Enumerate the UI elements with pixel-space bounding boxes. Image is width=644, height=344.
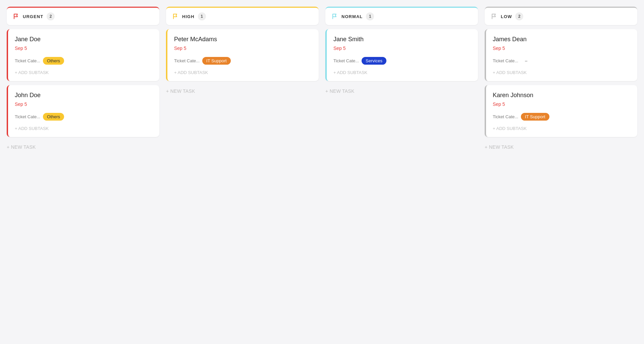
card-field-label: Ticket Cate...	[333, 58, 359, 63]
column-header-urgent: URGENT2	[7, 7, 159, 25]
card-field: Ticket Cate...Others	[15, 113, 153, 121]
card-name: Peter McAdams	[174, 36, 312, 43]
column-count-normal: 1	[366, 12, 374, 20]
card-date: Sep 5	[15, 101, 153, 107]
card-name: James Dean	[493, 36, 631, 43]
card-card-john-doe[interactable]: John DoeSep 5Ticket Cate...Others+ ADD S…	[7, 85, 159, 137]
kanban-board: URGENT2Jane DoeSep 5Ticket Cate...Others…	[7, 7, 637, 153]
column-title-normal: NORMAL	[341, 14, 363, 19]
add-subtask-button[interactable]: + ADD SUBTASK	[15, 69, 153, 76]
card-field: Ticket Cate...IT Support	[174, 57, 312, 65]
column-count-low: 2	[515, 12, 523, 20]
card-badge: IT Support	[521, 113, 549, 121]
column-normal: NORMAL1Jane SmithSep 5Ticket Cate...Serv…	[325, 7, 478, 153]
new-task-button-normal[interactable]: + NEW TASK	[325, 85, 478, 97]
flag-icon-urgent	[13, 13, 19, 20]
flag-icon-normal	[331, 13, 338, 20]
card-date: Sep 5	[174, 46, 312, 51]
column-count-high: 1	[198, 12, 206, 20]
column-header-low: LOW2	[485, 7, 637, 25]
card-badge: Others	[43, 57, 64, 65]
card-card-peter-mcadams[interactable]: Peter McAdamsSep 5Ticket Cate...IT Suppo…	[166, 29, 319, 81]
card-card-jane-doe[interactable]: Jane DoeSep 5Ticket Cate...Others+ ADD S…	[7, 29, 159, 81]
card-badge: Others	[43, 113, 64, 121]
card-date: Sep 5	[333, 46, 471, 51]
card-field-label: Ticket Cate...	[174, 58, 200, 63]
new-task-button-high[interactable]: + NEW TASK	[166, 85, 319, 97]
card-field: Ticket Cate...Others	[15, 57, 153, 65]
new-task-button-urgent[interactable]: + NEW TASK	[7, 141, 159, 153]
flag-icon-low	[491, 13, 497, 20]
column-title-urgent: URGENT	[23, 14, 43, 19]
column-high: HIGH1Peter McAdamsSep 5Ticket Cate...IT …	[166, 7, 319, 153]
card-badge: Services	[362, 57, 386, 65]
card-field: Ticket Cate...–	[493, 57, 631, 65]
card-name: John Doe	[15, 92, 153, 99]
card-field-label: Ticket Cate...	[493, 58, 518, 63]
column-header-normal: NORMAL1	[325, 7, 478, 25]
card-field-label: Ticket Cate...	[493, 114, 518, 119]
new-task-button-low[interactable]: + NEW TASK	[485, 141, 637, 153]
column-title-low: LOW	[501, 14, 512, 19]
add-subtask-button[interactable]: + ADD SUBTASK	[493, 125, 631, 132]
add-subtask-button[interactable]: + ADD SUBTASK	[174, 69, 312, 76]
column-urgent: URGENT2Jane DoeSep 5Ticket Cate...Others…	[7, 7, 159, 153]
card-field-label: Ticket Cate...	[15, 58, 40, 63]
column-header-high: HIGH1	[166, 7, 319, 25]
add-subtask-button[interactable]: + ADD SUBTASK	[15, 125, 153, 132]
card-field: Ticket Cate...IT Support	[493, 113, 631, 121]
flag-icon-high	[172, 13, 179, 20]
card-card-karen-johnson[interactable]: Karen JohnsonSep 5Ticket Cate...IT Suppo…	[485, 85, 637, 137]
card-name: Jane Doe	[15, 36, 153, 43]
add-subtask-button[interactable]: + ADD SUBTASK	[493, 69, 631, 76]
card-card-jane-smith[interactable]: Jane SmithSep 5Ticket Cate...Services+ A…	[325, 29, 478, 81]
card-field-label: Ticket Cate...	[15, 114, 40, 119]
card-badge: IT Support	[202, 57, 230, 65]
card-date: Sep 5	[15, 46, 153, 51]
card-field: Ticket Cate...Services	[333, 57, 471, 65]
card-date: Sep 5	[493, 101, 631, 107]
column-title-high: HIGH	[182, 14, 195, 19]
card-card-james-dean[interactable]: James DeanSep 5Ticket Cate...–+ ADD SUBT…	[485, 29, 637, 81]
card-name: Jane Smith	[333, 36, 471, 43]
card-badge: –	[521, 57, 531, 65]
column-count-urgent: 2	[47, 12, 55, 20]
add-subtask-button[interactable]: + ADD SUBTASK	[333, 69, 471, 76]
card-date: Sep 5	[493, 46, 631, 51]
column-low: LOW2James DeanSep 5Ticket Cate...–+ ADD …	[485, 7, 637, 153]
card-name: Karen Johnson	[493, 92, 631, 99]
